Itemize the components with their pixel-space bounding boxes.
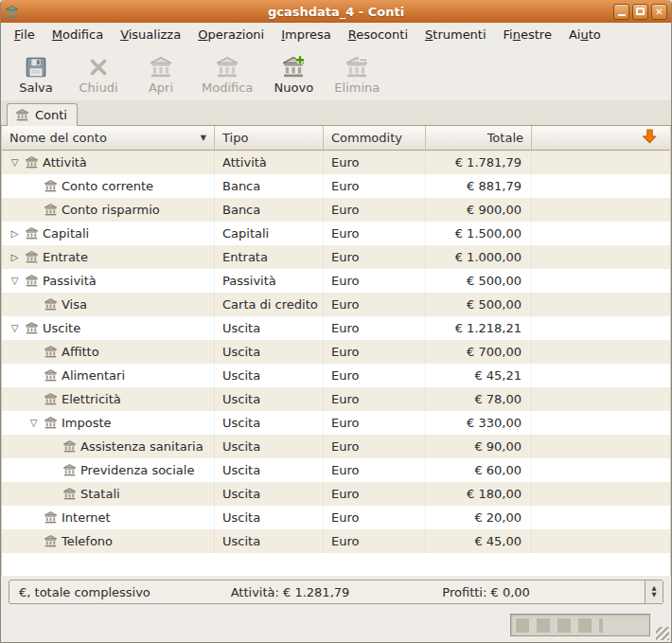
account-icon — [62, 439, 78, 454]
column-header-label: Tipo — [222, 131, 248, 145]
account-icon — [44, 534, 59, 548]
account-total: € 78,00 — [426, 387, 532, 411]
menu-file[interactable]: File — [6, 25, 44, 45]
account-total: € 1.781,79 — [426, 151, 532, 174]
menu-modifica[interactable]: Modifica — [44, 25, 112, 45]
account-row-capitali[interactable]: ▷ CapitaliCapitaliEuro€ 1.500,00 — [2, 222, 670, 245]
account-total: € 1.500,00 — [426, 222, 532, 245]
account-row-attivit[interactable]: ▽ AttivitàAttivitàEuro€ 1.781,79 — [2, 151, 670, 174]
account-icon — [62, 487, 78, 501]
menu-finestre[interactable]: Finestre — [495, 25, 560, 45]
account-type: Uscita — [215, 387, 324, 411]
new-account-icon — [281, 54, 306, 80]
minimize-button[interactable] — [613, 4, 629, 20]
account-row-imposte[interactable]: ▽ ImposteUscitaEuro€ 330,00 — [2, 411, 670, 435]
toolbar: Salva Chiudi Apri Modifica Nuovo Elimina — [1, 46, 671, 100]
expander-expanded-icon[interactable]: ▽ — [8, 276, 22, 286]
tab-conti[interactable]: Conti — [7, 103, 78, 126]
account-row-visa[interactable]: VisaCarta di creditoEuro€ 500,00 — [2, 293, 670, 316]
account-commodity: Euro — [324, 458, 426, 482]
account-commodity: Euro — [324, 340, 426, 364]
account-type: Attività — [215, 151, 324, 174]
menu-strumenti[interactable]: Strumenti — [416, 25, 495, 45]
summary-stepper[interactable]: ▲ ▼ — [645, 580, 663, 603]
account-type: Uscita — [215, 435, 324, 458]
account-commodity: Euro — [324, 364, 426, 387]
menu-aiuto[interactable]: Aiuto — [560, 25, 610, 45]
expander-expanded-icon[interactable]: ▽ — [8, 323, 22, 333]
account-total: € 90,00 — [426, 435, 532, 458]
expander-expanded-icon[interactable]: ▽ — [27, 418, 41, 428]
account-row-uscite[interactable]: ▽ UsciteUscitaEuro€ 1.218,21 — [2, 316, 670, 340]
toolbar-elimina-button: Elimina — [327, 51, 387, 97]
account-type: Uscita — [215, 482, 324, 506]
account-row-telefono[interactable]: TelefonoUscitaEuro€ 45,00 — [2, 529, 670, 553]
edit-account-icon — [215, 54, 239, 80]
account-row-affitto[interactable]: AffittoUscitaEuro€ 700,00 — [2, 340, 670, 364]
menu-visualizza[interactable]: Visualizza — [112, 25, 189, 45]
close-button[interactable]: ✕ — [651, 4, 667, 20]
account-commodity: Euro — [324, 293, 426, 316]
account-icon — [25, 250, 40, 264]
row-filler — [532, 482, 670, 506]
accounts-table-header: Nome del conto▼TipoCommodityTotale — [2, 126, 670, 151]
account-type: Uscita — [215, 411, 324, 435]
column-header-commodity[interactable]: Commodity — [324, 126, 426, 151]
toolbar-button-label: Nuovo — [274, 80, 314, 95]
account-row-statali[interactable]: StataliUscitaEuro€ 180,00 — [2, 482, 670, 506]
row-filler — [532, 269, 670, 293]
account-row-conto-risparmio[interactable]: Conto risparmioBancaEuro€ 900,00 — [2, 198, 670, 222]
account-name: Alimentari — [62, 368, 125, 383]
app-window-icon — [5, 4, 20, 19]
account-row-conto-corrente[interactable]: Conto correnteBancaEuro€ 881,79 — [2, 174, 670, 198]
resize-grip[interactable] — [656, 627, 669, 640]
account-row-passivit[interactable]: ▽ PassivitàPassivitàEuro€ 500,00 — [2, 269, 670, 293]
account-row-previdenza-sociale[interactable]: Previdenza socialeUscitaEuro€ 60,00 — [2, 458, 670, 482]
window-controls: ✕ — [613, 4, 667, 20]
row-filler — [532, 435, 670, 458]
account-type: Uscita — [215, 529, 324, 553]
titlebar[interactable]: gcashdata_4 - Conti ✕ — [1, 0, 671, 23]
account-type: Carta di credito — [215, 293, 324, 316]
account-row-assistenza-sanitaria[interactable]: Assistenza sanitariaUscitaEuro€ 90,00 — [2, 435, 670, 458]
row-filler — [532, 222, 670, 245]
account-commodity: Euro — [324, 151, 426, 174]
menu-resoconti[interactable]: Resoconti — [340, 25, 416, 45]
expander-collapsed-icon[interactable]: ▷ — [8, 252, 22, 262]
toolbar-apri-button: Apri — [132, 51, 190, 97]
expander-collapsed-icon[interactable]: ▷ — [8, 228, 22, 239]
account-commodity: Euro — [324, 435, 426, 458]
account-row-alimentari[interactable]: AlimentariUscitaEuro€ 45,21 — [2, 364, 670, 387]
minimize-icon — [618, 14, 626, 16]
account-row-internet[interactable]: InternetUscitaEuro€ 20,00 — [2, 506, 670, 529]
account-name: Previdenza sociale — [80, 463, 194, 477]
column-options-arrow-icon[interactable] — [643, 129, 657, 147]
window-title: gcashdata_4 - Conti — [1, 5, 671, 19]
account-commodity: Euro — [324, 482, 426, 506]
menu-impresa[interactable]: Impresa — [273, 25, 340, 45]
expander-expanded-icon[interactable]: ▽ — [8, 157, 22, 168]
column-header-totale[interactable]: Totale — [426, 126, 532, 151]
row-filler — [532, 387, 670, 411]
toolbar-salva-button[interactable]: Salva — [7, 51, 65, 97]
account-row-elettricit[interactable]: ElettricitàUscitaEuro€ 78,00 — [2, 387, 670, 411]
maximize-button[interactable] — [632, 4, 648, 20]
account-total: € 700,00 — [426, 340, 532, 364]
sort-indicator-icon: ▼ — [201, 134, 206, 142]
save-icon — [24, 54, 48, 80]
account-name: Entrate — [43, 250, 88, 264]
menu-operazioni[interactable]: Operazioni — [189, 25, 273, 45]
toolbar-nuovo-button[interactable]: Nuovo — [264, 51, 323, 97]
column-header-options[interactable] — [532, 126, 670, 151]
maximize-icon — [636, 8, 645, 15]
account-name: Visa — [62, 297, 87, 312]
summary-assets: Attività: € 1.281,79 — [221, 585, 433, 599]
column-header-tipo[interactable]: Tipo — [215, 126, 324, 151]
stepper-down-icon[interactable]: ▼ — [652, 592, 657, 598]
accounts-view: Nome del conto▼TipoCommodityTotale ▽ Att… — [1, 126, 671, 576]
account-total: € 20,00 — [426, 506, 532, 529]
column-header-nome-del-conto[interactable]: Nome del conto▼ — [2, 126, 215, 151]
account-row-entrate[interactable]: ▷ EntrateEntrataEuro€ 1.000,00 — [2, 245, 670, 269]
account-icon — [44, 368, 59, 383]
row-filler — [532, 151, 670, 174]
